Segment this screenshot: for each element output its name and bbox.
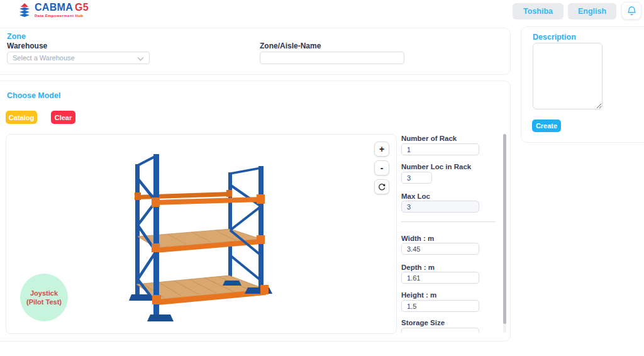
- logo-title: CABMAG5: [35, 3, 89, 13]
- chevron-down-icon: [138, 55, 144, 61]
- zoom-out-button[interactable]: -: [374, 160, 389, 175]
- plus-icon: +: [379, 144, 384, 154]
- warehouse-label: Warehouse: [7, 42, 47, 50]
- zone-card: Zone Warehouse Select a Warehouse Zone/A…: [0, 28, 511, 75]
- max-loc-input[interactable]: [401, 201, 479, 213]
- create-button[interactable]: Create: [532, 120, 561, 132]
- 3d-viewer-canvas[interactable]: + - Joystick (Pilot Test): [6, 134, 397, 334]
- rack-parameters-form: Number of Rack Number Loc in Rack Max Lo…: [401, 134, 496, 333]
- number-loc-in-rack-label: Number Loc in Rack: [401, 163, 471, 170]
- logo-icon: [18, 3, 31, 19]
- storage-size-label: Storage Size: [401, 319, 445, 326]
- clear-button[interactable]: Clear: [51, 111, 75, 124]
- zoom-in-button[interactable]: +: [374, 142, 389, 157]
- choose-model-title: Choose Model: [7, 91, 60, 100]
- width-input[interactable]: [401, 243, 479, 255]
- height-input[interactable]: [401, 300, 479, 312]
- description-textarea[interactable]: [533, 43, 602, 109]
- number-loc-in-rack-input[interactable]: [401, 172, 432, 184]
- form-scrollbar-thumb[interactable]: [503, 134, 506, 324]
- tenant-button[interactable]: Toshiba: [513, 3, 564, 19]
- joystick-label-line1: Joystick: [30, 289, 58, 298]
- max-loc-label: Max Loc: [401, 192, 430, 200]
- catalog-button[interactable]: Catalog: [6, 111, 37, 124]
- cabma-g5-app: CABMAG5 Data Empowerment Hub Toshiba Eng…: [0, 0, 644, 356]
- height-label: Height : m: [401, 291, 436, 299]
- logo-subtitle: Data Empowerment Hub: [35, 14, 89, 18]
- form-scrollbar[interactable]: [503, 134, 506, 333]
- description-title: Description: [533, 33, 576, 42]
- warehouse-select[interactable]: Select a Warehouse: [7, 52, 150, 64]
- description-card: Description Create: [521, 26, 644, 143]
- zone-aisle-label: Zone/Aisle-Name: [260, 42, 321, 50]
- rotate-icon: [377, 182, 386, 191]
- app-logo: CABMAG5 Data Empowerment Hub: [18, 3, 89, 19]
- rotate-view-button[interactable]: [374, 179, 389, 194]
- logo-title-accent: G5: [75, 2, 89, 13]
- depth-label: Depth : m: [401, 264, 435, 271]
- language-button[interactable]: English: [568, 3, 616, 19]
- minus-icon: -: [380, 163, 384, 173]
- number-of-rack-label: Number of Rack: [401, 135, 457, 142]
- warehouse-select-placeholder: Select a Warehouse: [13, 54, 75, 62]
- form-divider: [401, 221, 496, 222]
- width-label: Width : m: [401, 235, 434, 242]
- pallet-rack-model: [123, 141, 312, 330]
- joystick-control[interactable]: Joystick (Pilot Test): [20, 274, 68, 321]
- choose-model-card: Choose Model Catalog Clear: [0, 81, 511, 342]
- number-of-rack-input[interactable]: [401, 143, 479, 155]
- bell-icon: [627, 6, 636, 16]
- zone-aisle-input[interactable]: [260, 52, 404, 64]
- zone-title: Zone: [7, 32, 26, 41]
- joystick-label-line2: (Pilot Test): [26, 298, 62, 306]
- storage-size-input[interactable]: [401, 328, 479, 333]
- depth-input[interactable]: [401, 272, 479, 284]
- notifications-button[interactable]: [621, 2, 641, 19]
